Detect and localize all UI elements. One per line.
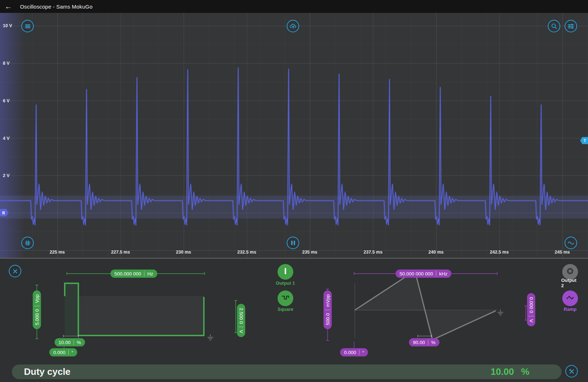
zoom-search-button[interactable] [548,20,560,33]
x-axis-label: 230 ms [176,250,191,255]
ch2-waveform-label: Ramp [564,307,577,312]
ch2-frequency-value: 50.000 000 000 [400,271,433,276]
power-off-icon [566,267,574,276]
ch1-duty-pill[interactable]: 10.00 % [55,338,85,347]
ch2-frequency-pill[interactable]: 50.000 000 000 kHz [396,270,451,278]
pause-acquisition-button[interactable] [287,237,299,249]
x-axis-label: 227.5 ms [111,250,130,255]
parameter-name: Duty cycle [24,366,70,377]
pill-divider [325,310,330,310]
close-icon [13,269,18,274]
ramp-wave-icon [566,295,574,302]
ch1-phase-pill[interactable]: 0.000 ° [49,348,77,357]
ch1-duty-unit: % [77,340,81,345]
ch2-phase-value: 0.000 [344,350,356,355]
ch2-offset-pill[interactable]: 0.000 0 V [527,293,535,326]
ch1-duty-value: 10.00 [59,340,71,345]
settings-sliders-button[interactable] [565,20,577,33]
ch2-symmetry-unit: % [431,340,435,345]
ch2-frequency-unit: kHz [439,271,447,276]
y-axis-label: 10 V [3,23,12,28]
selected-parameter-bar[interactable]: Duty cycle 10.00 % [12,364,562,379]
ch1-offset-value: 2.500 0 [239,308,244,324]
y-axis-label: 6 V [3,98,10,103]
crossed-tools-icon [568,368,575,374]
pill-divider [34,306,40,306]
pill-divider [428,340,428,345]
menu-button[interactable] [21,20,34,33]
pill-divider [529,316,534,317]
ch1-frequency-pill[interactable]: 500.000 000 Hz [111,270,157,278]
x-axis-label: 225 ms [50,250,65,255]
pause-icon [290,240,295,246]
waveform-generator-button[interactable] [565,237,577,249]
parameter-unit: % [521,366,529,377]
ch2-offset-unit: V [529,319,534,323]
ch2-amplitude-pill[interactable]: 500.0 mVpp [324,290,332,329]
ch2-amplitude-value: 500.0 [325,313,330,325]
search-icon [551,23,557,29]
pill-divider [144,271,144,276]
output1-toggle-button[interactable] [278,264,293,280]
cloud-upload-button[interactable] [287,20,299,33]
generator-previews [0,259,588,382]
ch1-amplitude-unit: Vpp [34,294,40,303]
y-axis-label: 8 V [3,61,10,66]
ch1-amplitude-pill[interactable]: 5.000 0 Vpp [33,290,41,329]
back-button[interactable]: ← [0,3,16,11]
sliders-icon [568,23,574,29]
ch2-symmetry-value: 90.00 [413,340,425,345]
menu-icon [24,23,31,29]
window-title: Oscilloscope - Sams MokuGo [20,4,93,10]
y-axis-label: 4 V [3,136,10,141]
x-axis-label: 240 ms [428,250,444,255]
ch2-waveform-select-button[interactable] [562,290,578,306]
ch1-phase-unit: ° [72,350,73,355]
x-axis-label: 242.5 ms [490,250,509,255]
ch2-amplitude-unit: mVpp [325,294,330,307]
pill-divider [359,350,359,355]
output2-label: Output 2 [561,278,579,288]
sine-icon [567,240,574,245]
x-axis-label: 232.5 ms [237,250,256,255]
ch1-waveform-select-button[interactable] [278,290,293,306]
ch2-phase-pill[interactable]: 0.000 ° [340,348,368,357]
waveform-trace [0,13,588,258]
ch1-offset-unit: V [239,330,244,333]
ch1-waveform-label: Square [278,307,293,312]
grid-settings-button[interactable] [21,237,34,249]
x-axis-label: 237.5 ms [364,250,383,255]
power-on-icon [284,267,287,276]
pill-divider [68,350,69,355]
grid-icon [24,240,31,246]
ch1-frequency-value: 500.000 000 [114,271,141,276]
ch1-frequency-unit: Hz [147,271,153,276]
pill-divider [239,327,244,327]
ch1-phase-value: 0.000 [53,350,65,355]
x-axis-label: 245 ms [555,250,570,255]
cloud-upload-icon [289,23,297,29]
y-axis-label: 2 V [3,173,10,178]
close-panel-button[interactable] [9,265,21,278]
pill-divider [436,271,436,276]
square-wave-icon [281,294,290,302]
advanced-tools-button[interactable] [565,365,578,378]
ch2-symmetry-pill[interactable]: 90.00 % [409,338,440,347]
ch1-amplitude-value: 5.000 0 [34,309,40,325]
output1-label: Output 1 [276,280,295,286]
oscilloscope-app: 10 V 8 V 6 V 4 V 2 V 225 ms 227.5 ms 230… [0,0,588,382]
ch2-phase-unit: ° [362,350,364,355]
title-bar: ← Oscilloscope - Sams MokuGo [0,0,588,13]
x-axis-label: 235 ms [302,250,317,255]
ch2-offset-value: 0.000 0 [529,297,534,313]
parameter-value: 10.00 [491,366,514,377]
pill-divider [73,340,74,345]
ch1-offset-pill[interactable]: 2.500 0 V [237,304,245,337]
